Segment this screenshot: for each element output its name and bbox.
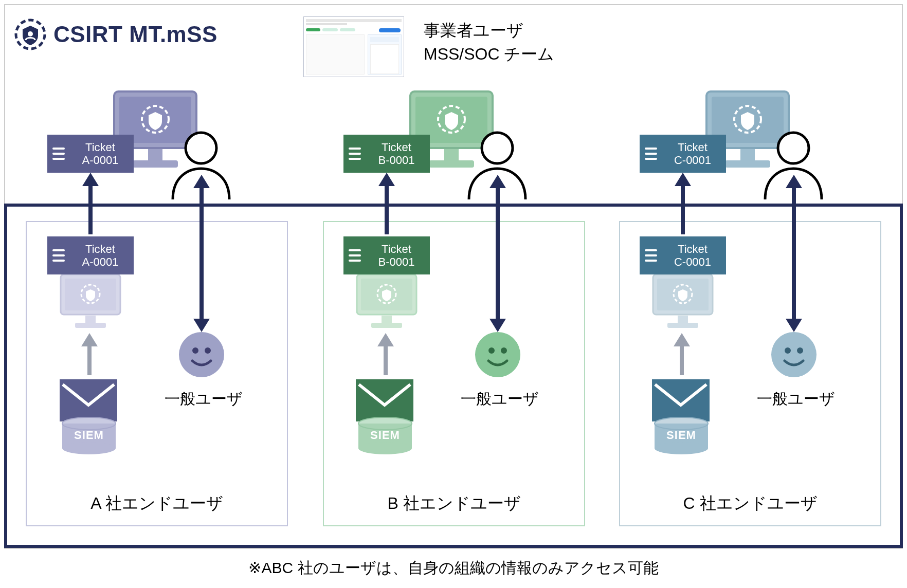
ticket-lines-icon bbox=[47, 135, 70, 173]
svg-point-42 bbox=[488, 347, 495, 354]
ticket-badge-a-top: TicketA-0001 bbox=[47, 135, 134, 173]
company-label-b: B 社エンドユーザ bbox=[324, 492, 584, 515]
svg-rect-37 bbox=[356, 379, 413, 421]
arrow-up-ticket-c bbox=[681, 185, 685, 234]
siem-cylinder-b: SIEM bbox=[357, 417, 413, 454]
siem-cylinder-a: SIEM bbox=[61, 417, 117, 454]
arrow-up-env-a bbox=[87, 345, 92, 375]
ticket-text: TicketB-0001 bbox=[366, 243, 430, 269]
arrow-up-env-c bbox=[680, 345, 684, 375]
general-user-label-b: 一般ユーザ bbox=[461, 389, 539, 410]
ticket-lines-icon bbox=[343, 236, 366, 274]
enduser-computer-a bbox=[55, 271, 126, 333]
header-caption-line2: MSS/SOC チーム bbox=[424, 42, 554, 66]
company-label-a: A 社エンドユーザ bbox=[27, 492, 287, 515]
ticket-badge-c-top: TicketC-0001 bbox=[640, 135, 726, 173]
ticket-badge-b-bottom: TicketB-0001 bbox=[343, 236, 430, 274]
svg-rect-25 bbox=[60, 379, 117, 421]
smiley-icon-b bbox=[475, 332, 520, 377]
arrow-up-env-b bbox=[384, 345, 388, 375]
svg-point-31 bbox=[205, 347, 211, 354]
general-user-label-c: 一般ユーザ bbox=[757, 389, 835, 410]
svg-point-28 bbox=[62, 442, 116, 454]
svg-rect-49 bbox=[652, 379, 710, 421]
siem-label: SIEM bbox=[61, 429, 117, 442]
enduser-computer-b bbox=[351, 271, 423, 333]
svg-point-19 bbox=[778, 133, 809, 163]
ticket-lines-icon bbox=[47, 236, 70, 274]
ticket-lines-icon bbox=[343, 135, 366, 173]
smiley-icon-c bbox=[771, 332, 817, 377]
svg-rect-4 bbox=[148, 149, 162, 160]
svg-point-54 bbox=[785, 347, 791, 354]
svg-point-1 bbox=[28, 31, 33, 36]
svg-point-43 bbox=[501, 347, 507, 354]
envelope-icon-c bbox=[651, 378, 711, 422]
ticket-badge-a-bottom: TicketA-0001 bbox=[47, 236, 134, 274]
svg-point-55 bbox=[797, 347, 803, 354]
header-caption-line1: 事業者ユーザ bbox=[424, 19, 554, 42]
arrow-up-ticket-b bbox=[385, 185, 389, 234]
siem-label: SIEM bbox=[357, 429, 413, 442]
svg-rect-35 bbox=[371, 323, 402, 328]
ticket-text: TicketC-0001 bbox=[662, 243, 726, 269]
ticket-text: TicketC-0001 bbox=[662, 141, 726, 167]
svg-rect-34 bbox=[382, 316, 392, 323]
shield-logo-icon bbox=[14, 19, 46, 50]
arrow-up-ticket-a bbox=[88, 185, 93, 234]
svg-rect-22 bbox=[85, 316, 96, 323]
ticket-lines-icon bbox=[640, 135, 662, 173]
diagram-canvas: CSIRT MT.mSS 事業者ユーザ MSS/SOC チーム TicketA-… bbox=[0, 0, 907, 588]
svg-point-7 bbox=[186, 133, 216, 163]
svg-rect-10 bbox=[444, 149, 459, 160]
svg-rect-47 bbox=[667, 323, 698, 328]
svg-point-40 bbox=[358, 442, 412, 454]
company-label-c: C 社エンドユーザ bbox=[620, 492, 880, 515]
product-logo: CSIRT MT.mSS bbox=[14, 19, 217, 50]
arrow-bi-a bbox=[199, 187, 204, 320]
product-name: CSIRT MT.mSS bbox=[53, 22, 217, 47]
smiley-icon-a bbox=[179, 332, 224, 377]
ticket-lines-icon bbox=[640, 236, 662, 274]
siem-label: SIEM bbox=[653, 429, 710, 442]
svg-rect-23 bbox=[75, 323, 106, 328]
svg-point-13 bbox=[482, 133, 513, 163]
arrow-bi-c bbox=[792, 187, 796, 320]
header-caption: 事業者ユーザ MSS/SOC チーム bbox=[424, 19, 554, 66]
enduser-computer-c bbox=[647, 271, 719, 333]
ticket-text: TicketB-0001 bbox=[366, 141, 430, 167]
envelope-icon-a bbox=[59, 378, 118, 422]
footnote: ※ABC 社のユーザは、自身の組織の情報のみアクセス可能 bbox=[0, 558, 907, 579]
ticket-text: TicketA-0001 bbox=[70, 243, 134, 269]
svg-point-52 bbox=[655, 442, 708, 454]
siem-cylinder-c: SIEM bbox=[653, 417, 710, 454]
ticket-badge-c-bottom: TicketC-0001 bbox=[640, 236, 726, 274]
svg-rect-16 bbox=[740, 149, 755, 160]
ticket-badge-b-top: TicketB-0001 bbox=[343, 135, 430, 173]
svg-rect-46 bbox=[678, 316, 688, 323]
dashboard-screenshot-icon bbox=[303, 16, 404, 77]
svg-point-30 bbox=[192, 347, 198, 354]
ticket-text: TicketA-0001 bbox=[70, 141, 134, 167]
envelope-icon-b bbox=[355, 378, 414, 422]
arrow-bi-b bbox=[496, 187, 500, 320]
general-user-label-a: 一般ユーザ bbox=[165, 389, 243, 410]
